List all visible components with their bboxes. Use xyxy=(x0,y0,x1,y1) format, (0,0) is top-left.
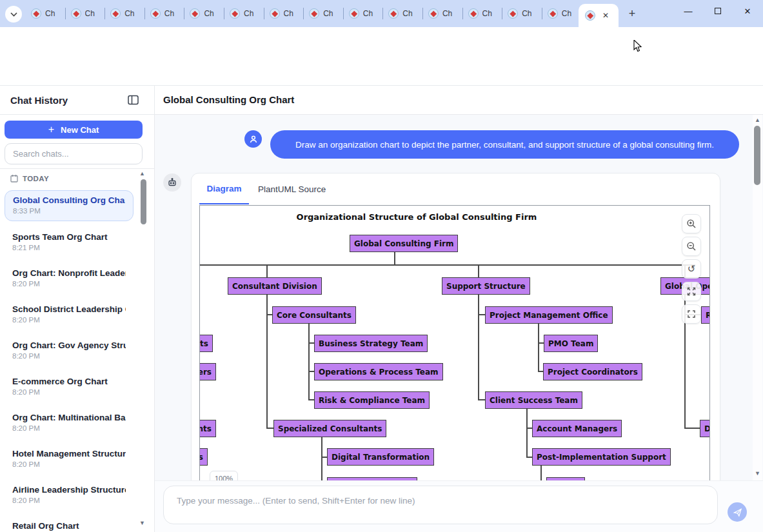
browser-tab[interactable]: Ch xyxy=(224,0,264,27)
org-node-global-consulting-firm: Global Consulting Firm xyxy=(350,235,458,252)
org-node-fragment: nts xyxy=(199,420,216,437)
connector-line xyxy=(526,457,532,458)
page-title: Global Consulting Org Chart xyxy=(163,94,294,105)
tab-title: Ch xyxy=(164,9,177,18)
connector-line xyxy=(478,295,479,400)
fullscreen-button[interactable] xyxy=(682,304,701,324)
browser-tab[interactable]: Ch xyxy=(184,0,224,27)
visual-paradigm-favicon xyxy=(388,8,399,19)
section-header-today: TODAY xyxy=(10,174,49,182)
new-tab-button[interactable]: + xyxy=(624,6,640,21)
tab-title: Ch xyxy=(85,9,98,18)
org-node-pmo-team: PMO Team xyxy=(544,335,598,352)
connector-line xyxy=(478,264,479,277)
chat-item-multinational-bank[interactable]: Org Chart: Multinational Bank 8:20 PM xyxy=(5,408,134,439)
collapse-sidebar-icon[interactable] xyxy=(128,95,139,105)
send-button[interactable] xyxy=(728,502,747,522)
chevron-down-icon xyxy=(10,12,17,17)
chat-item-retail[interactable]: Retail Org Chart xyxy=(5,517,134,532)
visual-paradigm-favicon xyxy=(150,8,161,19)
connector-line xyxy=(308,399,314,400)
reset-view-button[interactable]: ↺ xyxy=(682,259,701,279)
browser-tab[interactable]: Ch xyxy=(26,0,66,27)
chat-item-global-consulting[interactable]: Global Consulting Org Chart 8:33 PM xyxy=(5,190,134,221)
chat-title: Org Chart: Nonprofit Leader... xyxy=(12,268,126,278)
sidebar: Chat History + New Chat TODAY Global Con… xyxy=(0,86,155,532)
window-maximize-button[interactable] xyxy=(703,0,733,22)
diagram-card: Diagram PlantUML Source Organizational S… xyxy=(191,173,720,480)
browser-tab[interactable]: Ch xyxy=(463,0,503,27)
zoom-out-button[interactable] xyxy=(682,237,701,256)
diagram-viewport[interactable]: Organizational Structure of Global Consu… xyxy=(199,205,710,480)
chat-item-airline[interactable]: Airline Leadership Structure 8:20 PM xyxy=(5,480,134,511)
browser-tab[interactable]: Ch xyxy=(502,0,542,27)
chat-item-nonprofit[interactable]: Org Chart: Nonprofit Leader... 8:20 PM xyxy=(5,264,134,295)
zoom-out-icon xyxy=(686,241,697,251)
connector-line xyxy=(540,466,542,480)
main-scrollbar-thumb[interactable] xyxy=(754,126,760,185)
active-browser-tab[interactable]: ✕ xyxy=(579,4,619,27)
org-node-client-success-team: Client Success Team xyxy=(485,391,582,409)
browser-tab-strip: Ch Ch Ch Ch Ch xyxy=(0,0,763,27)
main-scroll-up[interactable]: ▲ xyxy=(755,117,760,123)
sidebar-scroll-up[interactable]: ▲ xyxy=(139,170,145,177)
browser-tab[interactable]: Ch xyxy=(66,0,106,27)
bot-avatar xyxy=(163,173,181,192)
window-close-button[interactable]: ✕ xyxy=(733,0,762,22)
robot-icon xyxy=(167,177,177,188)
visual-paradigm-favicon xyxy=(548,8,558,19)
tab-plantuml-source[interactable]: PlantUML Source xyxy=(249,173,335,204)
window-minimize-button[interactable]: — xyxy=(673,0,703,22)
browser-tab[interactable]: Ch xyxy=(304,0,344,27)
connector-line xyxy=(308,342,314,344)
connector-line xyxy=(321,437,322,480)
chat-title: E-commerce Org Chart xyxy=(12,377,126,386)
browser-tab[interactable]: Ch xyxy=(423,0,463,27)
tab-close-icon[interactable]: ✕ xyxy=(600,10,611,21)
visual-paradigm-favicon xyxy=(349,8,359,19)
browser-tab[interactable]: Ch xyxy=(383,0,423,27)
org-node-operations-process-team: Operations & Process Team xyxy=(314,363,443,380)
zoom-in-button[interactable] xyxy=(682,214,701,233)
chat-title: Global Consulting Org Chart xyxy=(13,195,125,205)
chat-item-school-district[interactable]: School District Leadership C... 8:20 PM xyxy=(5,300,134,331)
search-input[interactable] xyxy=(5,143,143,164)
tab-title: Ch xyxy=(323,9,336,18)
browser-toolbar: ← → ↻ ai-toolbox.visual-paradigm.com/app… xyxy=(0,27,763,54)
tab-title: Ch xyxy=(442,9,455,18)
diagram-card-tabs: Diagram PlantUML Source xyxy=(199,173,335,204)
diagram-title: Organizational Structure of Global Consu… xyxy=(255,212,578,222)
visual-paradigm-favicon xyxy=(508,8,518,19)
chat-item-gov-agency[interactable]: Org Chart: Gov Agency Struc... 8:20 PM xyxy=(5,336,134,367)
main-scroll-down[interactable]: ▼ xyxy=(755,470,760,477)
tab-search-button[interactable] xyxy=(5,6,22,23)
chat-item-ecommerce[interactable]: E-commerce Org Chart 8:20 PM xyxy=(5,372,134,403)
expand-button[interactable] xyxy=(682,282,701,301)
tab-diagram[interactable]: Diagram xyxy=(199,173,249,204)
org-node-post-implementation-support: Post-Implementation Support xyxy=(532,448,671,466)
sidebar-scrollbar-thumb[interactable] xyxy=(141,179,146,224)
chat-time: 8:20 PM xyxy=(12,352,126,360)
sidebar-scroll-down[interactable]: ▼ xyxy=(139,520,145,526)
tab-title: Ch xyxy=(244,9,257,18)
tab-list: Ch Ch Ch Ch Ch xyxy=(26,0,582,27)
chat-scroll-area: Draw an organization chart to depict the… xyxy=(155,115,763,480)
person-icon xyxy=(249,135,258,144)
browser-tab[interactable]: Ch xyxy=(145,0,185,27)
browser-tab[interactable]: Ch xyxy=(344,0,384,27)
tab-title: Ch xyxy=(45,9,58,18)
tab-title: Ch xyxy=(284,9,297,18)
new-chat-button[interactable]: + New Chat xyxy=(5,121,143,139)
tab-title: Ch xyxy=(482,9,495,18)
main-panel: Global Consulting Org Chart Draw an orga… xyxy=(155,86,763,532)
chat-title: Hotel Management Structure xyxy=(12,449,126,458)
browser-tab[interactable]: Ch xyxy=(542,0,582,27)
chat-title: Retail Org Chart xyxy=(12,521,126,531)
message-input[interactable] xyxy=(164,486,717,524)
chat-item-sports-team[interactable]: Sports Team Org Chart 8:21 PM xyxy=(5,228,134,259)
chat-title: Airline Leadership Structure xyxy=(12,485,126,495)
browser-tab[interactable]: Ch xyxy=(264,0,304,27)
browser-tab[interactable]: Ch xyxy=(105,0,145,27)
chat-item-hotel-management[interactable]: Hotel Management Structure 8:20 PM xyxy=(5,444,134,475)
chat-time: 8:20 PM xyxy=(12,497,126,504)
